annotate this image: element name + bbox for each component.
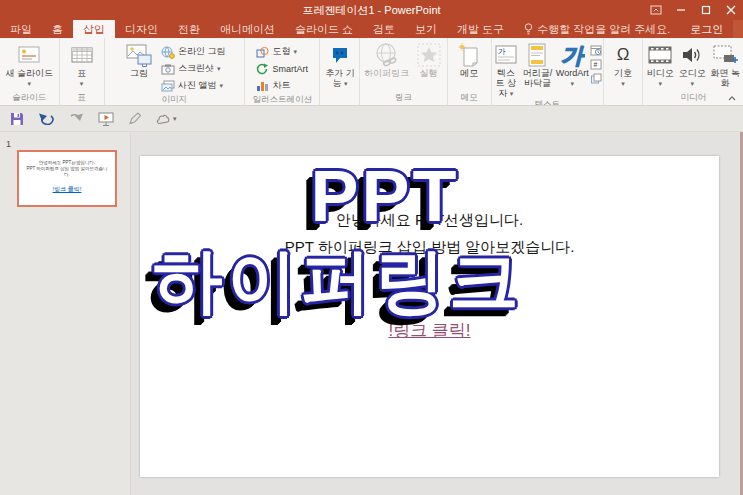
smartart-icon bbox=[256, 63, 269, 75]
photo-album-button[interactable]: 사진 앨범▾ bbox=[158, 77, 229, 94]
group-label-add-ins bbox=[320, 92, 359, 105]
table-button[interactable]: 표▾ bbox=[62, 40, 102, 89]
ribbon-group-links: 하이퍼링크 실행 링크 bbox=[360, 38, 448, 105]
text-box-icon: 가 bbox=[494, 42, 518, 68]
slide-number-icon: # bbox=[590, 59, 602, 70]
group-label-slides: 슬라이드 bbox=[0, 92, 59, 105]
shape-button[interactable]: ▾ bbox=[156, 113, 177, 125]
cloud-shape-icon bbox=[156, 113, 170, 125]
add-ins-button[interactable]: 추가 기능 ▾ bbox=[321, 40, 359, 89]
tell-me-box[interactable]: 수행할 작업을 알려 주세요. bbox=[514, 20, 680, 38]
audio-button[interactable]: 오디오▾ bbox=[676, 40, 708, 89]
save-button[interactable] bbox=[10, 112, 24, 126]
shapes-button[interactable]: 도형▾ bbox=[253, 43, 311, 60]
window-title: 프레젠테이션1 - PowerPoint bbox=[0, 0, 743, 20]
group-label-table: 표 bbox=[60, 92, 104, 105]
slide-text-line-1[interactable]: 안녕하세요 PPT선생입니다. bbox=[140, 211, 719, 230]
smartart-button[interactable]: SmartArt bbox=[253, 60, 311, 77]
group-label-text: 텍스트 bbox=[492, 99, 603, 105]
save-icon bbox=[10, 112, 24, 126]
quick-access-toolbar: ▾ bbox=[0, 106, 743, 132]
tab-design[interactable]: 디자인 bbox=[115, 20, 168, 38]
thumbnail-text-line-2: PPT 하이퍼링크 삽입 방법 알아보겠습니다. bbox=[24, 166, 110, 177]
date-time-button[interactable] bbox=[590, 44, 603, 56]
close-button[interactable] bbox=[718, 0, 743, 20]
audio-icon bbox=[680, 42, 704, 68]
lightbulb-icon bbox=[524, 23, 533, 35]
redo-button[interactable] bbox=[68, 112, 84, 125]
date-time-icon bbox=[590, 45, 602, 56]
text-box-button[interactable]: 가 텍스트 상자 ▾ bbox=[492, 40, 520, 99]
slideshow-icon bbox=[98, 112, 114, 126]
tab-animations[interactable]: 애니메이션 bbox=[210, 20, 285, 38]
header-footer-icon bbox=[526, 42, 548, 68]
tab-transitions[interactable]: 전환 bbox=[168, 20, 210, 38]
pen-icon bbox=[128, 112, 142, 125]
screen-recording-button[interactable]: 화면 녹화 bbox=[708, 40, 742, 88]
ribbon-group-slides: 새 슬라이드▾ 슬라이드 bbox=[0, 38, 60, 105]
slide-thumbnail-1[interactable]: 안녕하세요 PPT선생입니다. PPT 하이퍼링크 삽입 방법 알아보겠습니다.… bbox=[17, 150, 117, 207]
tab-review[interactable]: 검토 bbox=[363, 20, 405, 38]
table-icon bbox=[70, 42, 94, 68]
screenshot-icon bbox=[161, 63, 175, 75]
screen-recording-icon bbox=[712, 42, 738, 68]
ribbon-display-options-icon bbox=[650, 5, 662, 15]
collapse-ribbon-button[interactable] bbox=[727, 94, 737, 102]
slide-thumbnail-panel: 1 안녕하세요 PPT선생입니다. PPT 하이퍼링크 삽입 방법 알아보겠습니… bbox=[0, 132, 131, 495]
ribbon-group-table: 표▾ 표 bbox=[60, 38, 105, 105]
slide-hyperlink[interactable]: !링크 클릭! bbox=[140, 319, 719, 342]
pen-button[interactable] bbox=[128, 112, 142, 125]
header-footer-button[interactable]: 머리글/ 바닥글 bbox=[520, 40, 555, 88]
slide-text-line-2[interactable]: PPT 하이퍼링크 삽입 방법 알아보겠습니다. bbox=[140, 238, 719, 257]
new-slide-icon bbox=[16, 42, 42, 68]
online-pictures-button[interactable]: 온라인 그림 bbox=[158, 43, 229, 60]
wordart-button[interactable]: 가 WordArt ▾ bbox=[555, 40, 590, 89]
omega-icon: Ω bbox=[617, 42, 630, 68]
tab-insert[interactable]: 삽입 bbox=[73, 20, 115, 38]
ribbon-display-options-button[interactable] bbox=[643, 0, 668, 20]
maximize-icon bbox=[701, 5, 711, 15]
chart-button[interactable]: 차트 bbox=[253, 77, 311, 94]
comment-button[interactable]: 메모 bbox=[450, 40, 488, 78]
tab-slideshow[interactable]: 슬라이드 쇼 bbox=[285, 20, 363, 38]
sign-in-button[interactable]: 로그인 bbox=[680, 20, 733, 38]
ribbon-group-text: 가 텍스트 상자 ▾ 머리글/ 바닥글 가 WordArt ▾ bbox=[492, 38, 604, 105]
group-label-links: 링크 bbox=[360, 92, 447, 105]
wordart-icon: 가 bbox=[559, 42, 585, 68]
picture-icon bbox=[125, 42, 153, 68]
group-label-comments: 메모 bbox=[448, 92, 491, 105]
svg-text:가: 가 bbox=[498, 47, 506, 56]
slide-number-button[interactable]: # bbox=[590, 58, 603, 70]
symbol-button[interactable]: Ω 기호▾ bbox=[605, 40, 641, 89]
add-ins-icon bbox=[328, 42, 352, 68]
images-small-buttons: 온라인 그림 스크린샷▾ 사진 앨범▾ bbox=[158, 40, 229, 94]
group-label-images: 이미지 bbox=[105, 94, 244, 105]
ribbon: 새 슬라이드▾ 슬라이드 표▾ 표 bbox=[0, 38, 743, 106]
object-icon bbox=[590, 73, 602, 84]
title-bar: 프레젠테이션1 - PowerPoint bbox=[0, 0, 743, 20]
screenshot-button[interactable]: 스크린샷▾ bbox=[158, 60, 229, 77]
workspace: 1 안녕하세요 PPT선생입니다. PPT 하이퍼링크 삽입 방법 알아보겠습니… bbox=[0, 132, 743, 495]
tab-file[interactable]: 파일 bbox=[0, 20, 42, 38]
new-slide-button[interactable]: 새 슬라이드▾ bbox=[2, 40, 56, 89]
share-button[interactable]: 공유 bbox=[733, 20, 743, 38]
video-button[interactable]: 비디오▾ bbox=[644, 40, 676, 89]
undo-button[interactable] bbox=[38, 112, 54, 125]
object-button[interactable] bbox=[590, 72, 603, 84]
close-icon bbox=[726, 5, 736, 15]
svg-text:가: 가 bbox=[561, 43, 585, 68]
maximize-button[interactable] bbox=[693, 0, 718, 20]
redo-icon bbox=[68, 112, 84, 125]
tab-home[interactable]: 홈 bbox=[42, 20, 73, 38]
ribbon-group-images: 그림 온라인 그림 스크린샷▾ 사진 앨범▾ bbox=[105, 38, 245, 105]
minimize-icon bbox=[676, 5, 686, 15]
slide-canvas[interactable]: 안녕하세요 PPT선생입니다. PPT 하이퍼링크 삽입 방법 알아보겠습니다.… bbox=[140, 156, 719, 477]
minimize-button[interactable] bbox=[668, 0, 693, 20]
tab-view[interactable]: 보기 bbox=[405, 20, 447, 38]
video-icon bbox=[647, 42, 673, 68]
start-from-beginning-button[interactable] bbox=[98, 112, 114, 126]
tab-developer[interactable]: 개발 도구 bbox=[447, 20, 514, 38]
action-button: 실행 bbox=[412, 40, 446, 78]
svg-text:#: # bbox=[594, 61, 598, 68]
picture-button[interactable]: 그림 bbox=[120, 40, 158, 78]
